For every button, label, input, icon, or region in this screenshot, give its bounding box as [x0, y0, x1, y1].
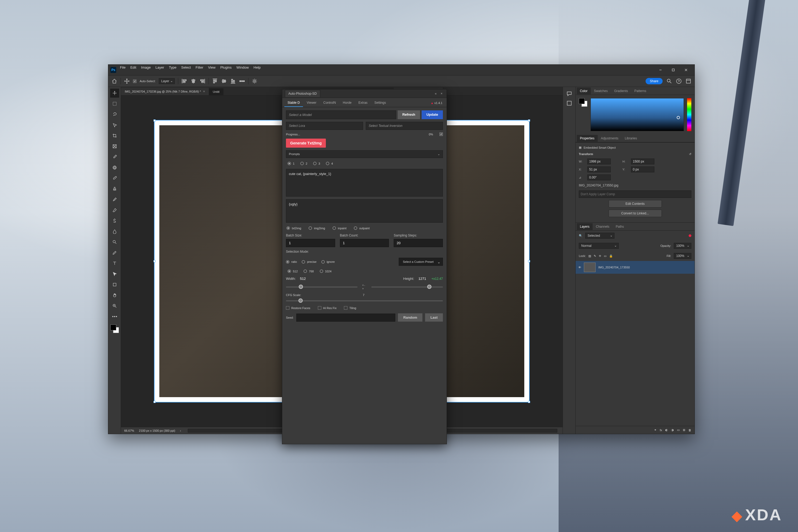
mask-icon[interactable]: ◐ [665, 428, 668, 432]
steps-input[interactable]: 20 [394, 239, 443, 247]
layer-select[interactable]: Layer [159, 78, 175, 84]
color-swatches-tool[interactable] [110, 324, 119, 333]
model-select[interactable]: Select a Model [286, 110, 396, 119]
frame-tool[interactable] [110, 142, 119, 151]
selmode-precise[interactable]: precise [302, 260, 316, 264]
crop-tool[interactable] [110, 131, 119, 140]
lora-select[interactable]: Select Lora [286, 122, 363, 130]
more-options-icon[interactable] [239, 78, 245, 84]
tab-paths[interactable]: Paths [613, 223, 627, 230]
prompt-slot-3[interactable]: 3 [313, 162, 320, 165]
lock-transparency-icon[interactable]: ▨ [588, 254, 591, 258]
layer-comp-select[interactable]: Don't Apply Layer Comp [579, 190, 691, 198]
seed-input[interactable] [296, 314, 396, 322]
type-tool[interactable] [110, 259, 119, 268]
menu-plugins[interactable]: Plugins [220, 65, 232, 70]
history-brush-tool[interactable] [110, 195, 119, 204]
pen-tool[interactable] [110, 248, 119, 257]
gradient-tool[interactable] [110, 216, 119, 225]
eraser-tool[interactable] [110, 206, 119, 215]
cfg-slider[interactable] [286, 300, 443, 301]
tab-color[interactable]: Color [577, 88, 591, 94]
color-field[interactable] [590, 98, 684, 131]
angle-input[interactable]: 0.00° [587, 174, 611, 180]
tab-libraries[interactable]: Libraries [622, 135, 640, 142]
progress-checkbox[interactable] [439, 132, 443, 136]
path-select-tool[interactable] [110, 269, 119, 279]
prompt-textarea[interactable]: cute cat, {painterly_style_1} [286, 169, 443, 196]
tab-adjustments[interactable]: Adjustments [598, 135, 622, 142]
menu-window[interactable]: Window [236, 65, 249, 70]
fx-icon[interactable]: fx [660, 429, 662, 432]
align-center-v-icon[interactable] [221, 78, 227, 84]
last-seed-button[interactable]: Last [425, 314, 443, 322]
preset-select[interactable]: Select a Custom Preset [399, 258, 443, 266]
negative-prompt-textarea[interactable]: {ugly} [286, 199, 443, 223]
align-center-h-icon[interactable] [190, 78, 196, 84]
align-left-icon[interactable] [182, 78, 187, 84]
home-icon[interactable] [111, 78, 117, 84]
hires-fix-checkbox[interactable]: Hi Res Fix [318, 306, 337, 310]
tab-gradients[interactable]: Gradients [611, 88, 631, 94]
prompt-slot-4[interactable]: 4 [326, 162, 333, 165]
move-tool[interactable] [110, 89, 119, 98]
document-tab-2[interactable]: Untitl [209, 88, 224, 95]
random-seed-button[interactable]: Random [398, 314, 422, 322]
convert-linked-button[interactable]: Convert to Linked... [609, 210, 662, 217]
selmode-ratio[interactable]: ratio [286, 260, 297, 264]
tab-extras[interactable]: Extras [355, 99, 371, 107]
mode-outpaint[interactable]: outpaint [354, 226, 369, 230]
layer-name[interactable]: IMG_20240704_173550 [598, 266, 630, 269]
height-input[interactable]: 1500 px [631, 158, 654, 165]
menu-file[interactable]: File [120, 65, 126, 70]
gear-icon[interactable] [252, 78, 258, 84]
reset-icon[interactable]: ↺ [689, 152, 691, 156]
close-icon[interactable]: × [439, 92, 444, 96]
tiling-checkbox[interactable]: Tiling [344, 306, 356, 310]
menu-select[interactable]: Select [181, 65, 191, 70]
layer-item[interactable]: 👁 IMG_20240704_173550 [576, 261, 695, 274]
lock-all-icon[interactable]: 🔒 [609, 254, 613, 258]
quick-select-tool[interactable] [110, 120, 119, 130]
filter-toggle[interactable] [689, 234, 691, 237]
prompts-header[interactable]: Prompts⌄ [286, 150, 443, 158]
align-top-icon[interactable] [212, 78, 218, 84]
auto-select-checkbox[interactable] [133, 79, 136, 83]
group-icon[interactable]: ▭ [677, 428, 680, 432]
transform-handle[interactable] [528, 401, 530, 403]
menu-help[interactable]: Help [253, 65, 261, 70]
link-layers-icon[interactable]: ⚭ [654, 428, 657, 432]
transform-handle[interactable] [528, 119, 530, 121]
zoom-level[interactable]: 66.67% [124, 429, 134, 432]
hand-tool[interactable] [110, 291, 119, 300]
blur-tool[interactable] [110, 227, 119, 236]
menu-type[interactable]: Type [169, 65, 176, 70]
comments-icon[interactable] [566, 91, 572, 97]
eyedropper-tool[interactable] [110, 152, 119, 162]
tab-patterns[interactable]: Patterns [631, 88, 650, 94]
y-input[interactable]: 0 px [631, 167, 654, 172]
adjustment-icon[interactable]: ◑ [671, 428, 674, 432]
tab-controlnet[interactable]: ControlN [320, 99, 339, 107]
generate-button[interactable]: Generate Txt2Img [286, 138, 326, 148]
restore-faces-checkbox[interactable]: Restore Faces [286, 306, 310, 310]
tab-stable-d[interactable]: Stable D [284, 99, 303, 107]
edit-contents-button[interactable]: Edit Contents [609, 200, 662, 208]
brush-tool[interactable] [110, 174, 119, 183]
fill-input[interactable]: 100% [674, 253, 691, 259]
close-button[interactable] [680, 66, 692, 74]
plugin-titlebar[interactable]: Auto-Photoshop-SD «× [282, 89, 446, 98]
marquee-tool[interactable] [110, 99, 119, 108]
prompt-slot-2[interactable]: 2 [300, 162, 307, 165]
height-slider[interactable] [371, 286, 443, 288]
search-icon[interactable] [666, 78, 672, 84]
size-768[interactable]: 768 [304, 269, 314, 273]
transform-handle[interactable] [153, 260, 156, 262]
menu-image[interactable]: Image [141, 65, 151, 70]
refresh-button[interactable]: Refresh [398, 110, 420, 119]
mode-inpaint[interactable]: inpaint [332, 226, 346, 230]
collapse-icon[interactable]: « [433, 92, 438, 96]
layer-filter-select[interactable]: Selected [585, 233, 614, 239]
align-right-icon[interactable] [200, 78, 205, 84]
batch-count-input[interactable]: 1 [340, 239, 389, 247]
